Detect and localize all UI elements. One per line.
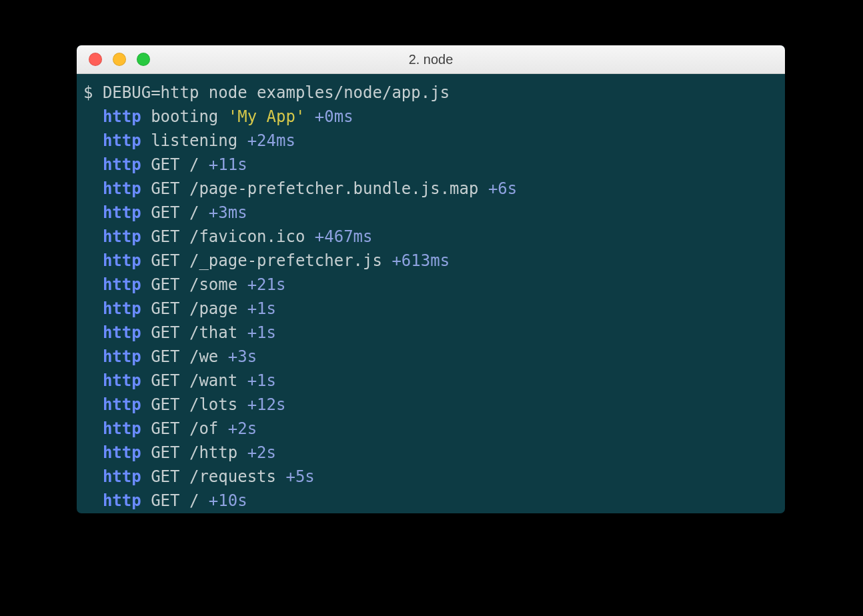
log-message: GET / <box>151 491 209 510</box>
namespace-tag: http <box>103 371 141 390</box>
log-line: http listening +24ms <box>83 129 778 153</box>
namespace-tag: http <box>103 203 141 222</box>
zoom-icon[interactable] <box>137 53 150 66</box>
log-message: GET / <box>151 203 209 222</box>
log-line: http GET /page +1s <box>83 297 778 321</box>
namespace-tag: http <box>103 395 141 414</box>
log-message: GET /requests <box>151 467 285 486</box>
namespace-tag: http <box>103 155 141 174</box>
namespace-tag: http <box>103 419 141 438</box>
log-line: http GET /page-prefetcher.bundle.js.map … <box>83 177 778 201</box>
indent <box>83 299 103 318</box>
indent <box>83 275 103 294</box>
elapsed-time: +2s <box>228 419 257 438</box>
log-line: http booting 'My App' +0ms <box>83 105 778 129</box>
indent <box>83 251 103 270</box>
log-message: GET /http <box>151 443 247 462</box>
window-title: 2. node <box>77 52 785 67</box>
indent <box>83 107 103 126</box>
prompt-symbol: $ <box>83 83 93 102</box>
indent <box>83 467 103 486</box>
log-message: GET /page <box>151 299 247 318</box>
elapsed-time: +11s <box>209 155 247 174</box>
log-message: GET /that <box>151 323 247 342</box>
log-line: http GET /lots +12s <box>83 393 778 417</box>
namespace-tag: http <box>103 227 141 246</box>
namespace-tag: http <box>103 131 141 150</box>
log-message-tail <box>305 107 314 126</box>
indent <box>83 491 103 510</box>
window-titlebar[interactable]: 2. node <box>77 45 785 74</box>
indent <box>83 419 103 438</box>
log-line: http GET /http +2s <box>83 441 778 465</box>
elapsed-time: +6s <box>488 179 517 198</box>
namespace-tag: http <box>103 299 141 318</box>
elapsed-time: +1s <box>247 299 276 318</box>
elapsed-time: +1s <box>247 323 276 342</box>
namespace-tag: http <box>103 179 141 198</box>
indent <box>83 203 103 222</box>
log-line: http GET /_page-prefetcher.js +613ms <box>83 249 778 273</box>
indent <box>83 443 103 462</box>
namespace-tag: http <box>103 347 141 366</box>
log-string-literal: 'My App' <box>228 107 305 126</box>
log-line: http GET /we +3s <box>83 345 778 369</box>
elapsed-time: +5s <box>285 467 314 486</box>
traffic-lights <box>77 53 150 66</box>
log-message: GET /want <box>151 371 247 390</box>
namespace-tag: http <box>103 491 141 510</box>
namespace-tag: http <box>103 107 141 126</box>
log-message: GET /_page-prefetcher.js <box>151 251 391 270</box>
elapsed-time: +3ms <box>209 203 247 222</box>
command-text: DEBUG=http node examples/node/app.js <box>103 83 450 102</box>
namespace-tag: http <box>103 275 141 294</box>
indent <box>83 347 103 366</box>
log-line: http GET / +679ms <box>83 513 778 513</box>
log-message: GET /we <box>151 347 228 366</box>
namespace-tag: http <box>103 467 141 486</box>
log-message: GET / <box>151 155 209 174</box>
log-line: http GET /of +2s <box>83 417 778 441</box>
log-line: http GET /requests +5s <box>83 465 778 489</box>
indent <box>83 371 103 390</box>
elapsed-time: +467ms <box>315 227 373 246</box>
indent <box>83 155 103 174</box>
log-line: http GET /some +21s <box>83 273 778 297</box>
log-message: GET /page-prefetcher.bundle.js.map <box>151 179 488 198</box>
close-icon[interactable] <box>89 53 102 66</box>
indent <box>83 323 103 342</box>
indent <box>83 179 103 198</box>
log-message: GET /favicon.ico <box>151 227 315 246</box>
log-message: listening <box>151 131 247 150</box>
log-line: http GET / +10s <box>83 489 778 513</box>
command-line: $ DEBUG=http node examples/node/app.js <box>83 81 778 105</box>
elapsed-time: +10s <box>209 491 247 510</box>
log-message: GET /of <box>151 419 228 438</box>
log-message: GET /lots <box>151 395 247 414</box>
terminal-output[interactable]: $ DEBUG=http node examples/node/app.js h… <box>77 74 785 513</box>
log-line: http GET / +11s <box>83 153 778 177</box>
namespace-tag: http <box>103 443 141 462</box>
log-message: booting <box>151 107 228 126</box>
elapsed-time: +0ms <box>315 107 353 126</box>
log-message: GET /some <box>151 275 247 294</box>
namespace-tag: http <box>103 323 141 342</box>
elapsed-time: +21s <box>247 275 286 294</box>
elapsed-time: +24ms <box>247 131 295 150</box>
elapsed-time: +613ms <box>391 251 450 270</box>
minimize-icon[interactable] <box>113 53 126 66</box>
log-line: http GET /want +1s <box>83 369 778 393</box>
indent <box>83 395 103 414</box>
indent <box>83 227 103 246</box>
log-line: http GET /favicon.ico +467ms <box>83 225 778 249</box>
namespace-tag: http <box>103 251 141 270</box>
elapsed-time: +2s <box>247 443 276 462</box>
terminal-window: 2. node $ DEBUG=http node examples/node/… <box>77 45 785 513</box>
indent <box>83 131 103 150</box>
elapsed-time: +3s <box>228 347 257 366</box>
log-line: http GET /that +1s <box>83 321 778 345</box>
elapsed-time: +12s <box>247 395 286 414</box>
elapsed-time: +1s <box>247 371 276 390</box>
log-line: http GET / +3ms <box>83 201 778 225</box>
